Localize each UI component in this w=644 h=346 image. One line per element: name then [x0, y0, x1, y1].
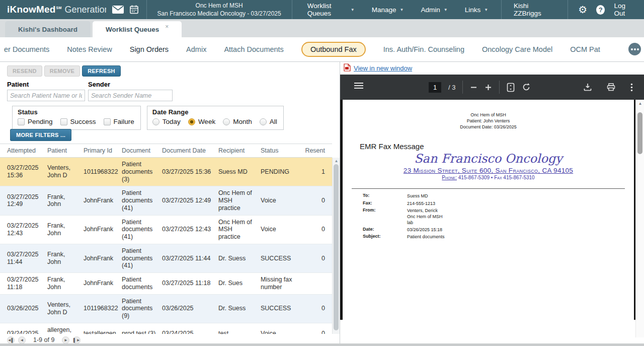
pdf-page-input[interactable]: 1: [429, 82, 441, 93]
pdf-scrollbar[interactable]: ▲: [635, 100, 644, 337]
column-header-document-date[interactable]: Document Date: [159, 144, 215, 158]
date-range-radio-month[interactable]: Month: [223, 118, 252, 125]
subtab-attach-documents[interactable]: Attach Documents: [224, 45, 283, 53]
fax-cover-fields: To:Suess MDFax:214-555-1213From:Venters,…: [363, 193, 634, 240]
menu-manage[interactable]: Manage▼: [372, 2, 404, 17]
subtab-ocm-pat[interactable]: OCM Pat: [570, 45, 600, 53]
date-range-radio-week[interactable]: Week: [188, 118, 215, 125]
cell-document: prod test (3): [119, 323, 159, 334]
radio-icon[interactable]: [260, 118, 267, 125]
table-row[interactable]: 03/27/2025 12:43Frank, JohnJohnFrankPati…: [0, 215, 332, 244]
table-row[interactable]: 03/27/2025 15:36Venters, John D101196832…: [0, 158, 332, 186]
column-header-attempted[interactable]: Attempted: [0, 144, 44, 158]
tab-kishis-dashboard[interactable]: Kishi's Dashboard: [5, 21, 91, 37]
date-range-radio-today[interactable]: Today: [152, 118, 181, 125]
pdf-scrollbar-thumb[interactable]: [637, 112, 642, 154]
next-page-button[interactable]: ►: [62, 336, 69, 344]
zoom-out-icon[interactable]: [470, 84, 477, 91]
cell-document-date: 03/26/2025: [159, 294, 215, 323]
help-icon[interactable]: ?: [596, 5, 605, 15]
date-range-filter-group: Date Range TodayWeekMonthAll: [147, 106, 284, 130]
more-filters-button[interactable]: MORE FILTERS ...: [10, 129, 71, 141]
table-row[interactable]: 03/24/2025allergen, Testtestallergenprod…: [0, 323, 332, 334]
pdf-menu-icon[interactable]: [354, 82, 363, 89]
radio-icon[interactable]: [188, 118, 195, 125]
fit-page-icon[interactable]: [507, 83, 515, 92]
download-icon[interactable]: [584, 83, 592, 91]
resend-button[interactable]: RESEND: [7, 65, 42, 77]
subtab-ins-auth-fin-counseling[interactable]: Ins. Auth/Fin. Counseling: [383, 45, 464, 53]
menu-links[interactable]: Links▼: [465, 2, 488, 17]
scrollbar-thumb[interactable]: [334, 164, 339, 330]
table-row[interactable]: 03/27/2025 12:49Frank, JohnJohnFrankPati…: [0, 186, 332, 215]
prev-page-button[interactable]: ◄: [18, 336, 26, 344]
column-header-status[interactable]: Status: [258, 144, 301, 158]
messages-icon[interactable]: [112, 6, 124, 14]
table-scrollbar[interactable]: ▲ ▼: [332, 158, 340, 334]
app-window: iKnowMedSM Generation Onc Hem of MSH San…: [0, 0, 644, 346]
table-row[interactable]: 03/27/2025 11:44Frank, JohnJohnFrankPati…: [0, 244, 332, 272]
checkbox-icon[interactable]: [60, 118, 67, 125]
current-user[interactable]: Kishi ZZBriggs: [501, 0, 568, 19]
rotate-icon[interactable]: [522, 83, 531, 92]
close-icon[interactable]: ×: [165, 23, 169, 30]
chevron-down-icon: ▼: [484, 8, 488, 12]
sender-search-label: Sender: [88, 81, 110, 88]
cell-status: SUCCESS: [258, 244, 301, 272]
zoom-in-icon[interactable]: [485, 84, 492, 91]
patient-search-input[interactable]: [7, 90, 85, 101]
radio-icon[interactable]: [152, 118, 159, 125]
calendar-icon[interactable]: [130, 5, 138, 14]
fax-field-value: Suess MD: [407, 193, 634, 199]
checkbox-icon[interactable]: [18, 118, 25, 125]
fax-document-page: Onc Hem of MSH Patient: John Venters Doc…: [343, 100, 634, 320]
table-row[interactable]: 03/26/2025Venters, John D1011968322Patie…: [0, 294, 332, 323]
brand-trademark: SM: [56, 6, 62, 10]
more-tabs-ellipsis-icon[interactable]: [628, 43, 641, 55]
radio-icon[interactable]: [223, 118, 230, 125]
cell-patient: Frank, John: [44, 273, 80, 295]
subtab-notes-review[interactable]: Notes Review: [67, 45, 112, 53]
cell-attempted: 03/27/2025 11:18: [0, 273, 44, 295]
column-header-patient[interactable]: Patient: [44, 144, 80, 158]
tab-worklist-queues[interactable]: Worklist Queues ×: [93, 21, 182, 37]
last-page-button[interactable]: ▌►: [73, 336, 80, 344]
column-header-recipient[interactable]: Recipient: [215, 144, 258, 158]
subtab-sign-orders[interactable]: Sign Orders: [130, 45, 169, 53]
remove-button[interactable]: REMOVE: [44, 65, 80, 77]
column-header-primary-id[interactable]: Primary Id: [80, 144, 119, 158]
subtab-admix[interactable]: Admix: [186, 45, 206, 53]
pdf-scroll-up-icon[interactable]: ▲: [636, 101, 644, 106]
column-header-resent[interactable]: Resent: [301, 144, 332, 158]
first-page-button[interactable]: ◄▌: [7, 336, 15, 344]
column-header-document[interactable]: Document: [119, 144, 159, 158]
subtab-er-documents[interactable]: er Documents: [4, 45, 49, 53]
sender-search-input[interactable]: [88, 90, 173, 101]
subtab-outbound-fax[interactable]: Outbound Fax: [301, 42, 366, 57]
view-in-new-window-link[interactable]: View in new window: [354, 64, 412, 72]
scroll-up-icon[interactable]: ▲: [333, 159, 340, 163]
refresh-button[interactable]: REFRESH: [82, 65, 121, 77]
date-range-radio-all[interactable]: All: [260, 118, 277, 125]
more-options-icon[interactable]: [630, 83, 633, 92]
practice-location-date: San Francisco Medical Oncology - 03/27/2…: [147, 10, 292, 18]
subtab-oncology-care-model[interactable]: Oncology Care Model: [482, 45, 552, 53]
status-checkbox-failure[interactable]: Failure: [104, 118, 134, 125]
status-checkbox-success[interactable]: Success: [60, 118, 96, 125]
table-row[interactable]: 03/27/2025 11:18Frank, JohnJohnFrankPati…: [0, 273, 332, 295]
cell-attempted: 03/24/2025: [0, 323, 44, 334]
cell-attempted: 03/27/2025 11:44: [0, 244, 44, 272]
gear-icon[interactable]: ⚙: [578, 5, 587, 15]
cell-recipient: Onc Hem of MSH practice: [215, 186, 258, 215]
header-actions: ⚙ ? Log Out: [578, 2, 636, 17]
menu-admin[interactable]: Admin▼: [421, 2, 447, 17]
cell-resent: 0: [301, 294, 332, 323]
status-checkbox-pending[interactable]: Pending: [18, 118, 53, 125]
menu-worklist-queues[interactable]: Worklist Queues▼: [307, 2, 355, 17]
fax-table-container: AttemptedPatientPrimary IdDocumentDocume…: [0, 144, 340, 334]
fax-table: AttemptedPatientPrimary IdDocumentDocume…: [0, 144, 332, 334]
cell-attempted: 03/27/2025 12:49: [0, 186, 44, 215]
checkbox-icon[interactable]: [104, 118, 111, 125]
print-icon[interactable]: [607, 83, 615, 91]
logout-button[interactable]: Log Out: [614, 2, 636, 17]
